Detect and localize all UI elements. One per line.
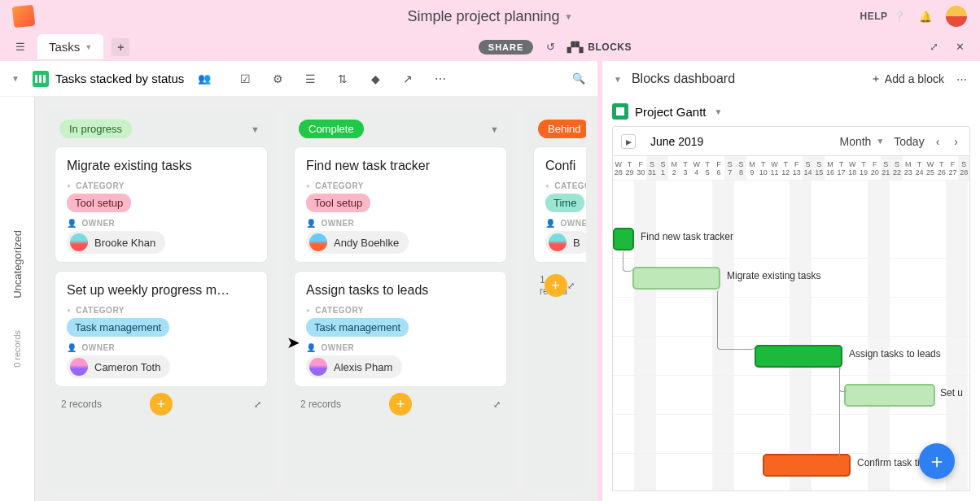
category-pill: Time (545, 194, 584, 212)
history-icon[interactable]: ↺ (541, 38, 559, 56)
column-menu-icon[interactable]: ▼ (247, 121, 263, 137)
owner-label: OWNER (306, 219, 495, 228)
column-footer: 2 records + ⤢ (55, 395, 268, 412)
collapse-column-icon[interactable]: ⤢ (493, 399, 501, 410)
add-block-button[interactable]: ＋ Add a block (870, 72, 944, 86)
gear-icon[interactable]: ⚙ (269, 70, 287, 88)
color-icon[interactable]: ◆ (366, 70, 384, 88)
gantt-bar[interactable] (613, 228, 634, 250)
expand-icon[interactable]: ⤢ (925, 38, 943, 56)
add-table-button[interactable]: + (112, 38, 129, 56)
notifications-icon[interactable]: 🔔 (917, 7, 934, 25)
checkbox-icon[interactable]: ☑ (236, 70, 254, 88)
column-menu-icon[interactable]: ▼ (487, 121, 502, 137)
category-pill: Tool setup (306, 194, 370, 212)
kanban-card[interactable]: Assign tasks to leads CATEGORY Task mana… (294, 271, 507, 387)
gantt-bar[interactable] (763, 454, 851, 477)
date-column: S22 (891, 156, 903, 180)
uncategorized-column[interactable]: Uncategorized 0 records (0, 97, 35, 501)
menu-icon[interactable]: ☰ (11, 38, 29, 56)
date-column: M16 (825, 156, 836, 180)
add-card-button[interactable]: + (545, 274, 567, 297)
user-avatar[interactable] (946, 6, 967, 27)
gantt-next-icon[interactable]: › (951, 135, 961, 148)
kanban-card[interactable]: Set up weekly progress m… CATEGORY Task … (55, 271, 268, 387)
category-label: CATEGORY (67, 306, 256, 315)
help-icon: ❔ (893, 11, 906, 22)
date-column: F30 (635, 156, 646, 180)
blocks-header: ▼ Blocks dashboard ＋ Add a block ⋯ (602, 61, 980, 97)
app-logo-icon[interactable] (12, 5, 36, 28)
owner-label: OWNER (306, 343, 495, 352)
category-pill: Tool setup (67, 194, 131, 212)
more-icon[interactable]: ⋯ (952, 70, 970, 88)
kanban-card[interactable]: Migrate existing tasks CATEGORY Tool set… (55, 146, 268, 263)
gantt-bar[interactable] (755, 345, 842, 368)
owner-avatar-icon (70, 358, 88, 376)
base-title-text: Simple project planning (407, 8, 559, 25)
add-card-button[interactable]: + (389, 393, 412, 416)
gantt-today-button[interactable]: Today (894, 135, 924, 148)
owner-label: OWNER (67, 219, 256, 228)
more-icon[interactable]: ⋯ (431, 70, 449, 88)
date-column: W18 (847, 156, 858, 180)
filter-icon[interactable]: ☰ (301, 70, 319, 88)
kanban-board: Uncategorized 0 records In progress ▼ Mi… (0, 97, 597, 501)
gantt-period-select[interactable]: Month ▼ (839, 135, 886, 148)
status-pill[interactable]: Behind (538, 120, 586, 138)
sort-icon[interactable]: ⇅ (334, 70, 352, 88)
help-button[interactable]: HELP ❔ (860, 11, 905, 22)
gantt-bar[interactable] (632, 267, 720, 290)
close-icon[interactable]: ✕ (951, 38, 969, 56)
date-column: F20 (869, 156, 881, 180)
blocks-title: Blocks dashboard (632, 72, 862, 86)
chevron-down-icon: ▼ (565, 12, 573, 21)
blocks-collapse-icon[interactable]: ▼ (612, 73, 623, 85)
main-content: ▼ Tasks stacked by status 👥 ☑ ⚙ ☰ ⇅ ◆ ↗ … (0, 61, 980, 501)
gantt-block-header[interactable]: Project Gantt ▼ (602, 97, 980, 126)
blocks-icon: ▞▚ (567, 41, 583, 53)
kanban-card[interactable]: Find new task tracker CATEGORY Tool setu… (294, 146, 507, 263)
add-card-button[interactable]: + (150, 393, 173, 416)
date-column: F27 (947, 156, 959, 180)
base-title[interactable]: Simple project planning ▼ (407, 8, 572, 25)
date-column: T12 (780, 156, 791, 180)
date-column: W11 (769, 156, 781, 180)
owner-name: B (573, 237, 580, 249)
blocks-pane: ▼ Blocks dashboard ＋ Add a block ⋯ Proje… (597, 61, 980, 501)
card-title: Set up weekly progress m… (67, 283, 256, 298)
collapse-column-icon[interactable]: ⤢ (254, 399, 261, 410)
card-title: Find new task tracker (306, 159, 495, 173)
status-pill[interactable]: Complete (299, 120, 364, 138)
uncategorized-label: Uncategorized (11, 230, 24, 298)
status-pill[interactable]: In progress (59, 120, 132, 138)
view-dropdown-icon[interactable]: ▼ (10, 72, 21, 85)
date-column: M9 (746, 156, 758, 180)
blocks-button[interactable]: ▞▚ BLOCKS (567, 41, 632, 53)
search-icon[interactable]: 🔍 (570, 70, 588, 88)
date-column: S1 (658, 156, 669, 180)
category-label: CATEGORY (306, 181, 495, 190)
date-column: S31 (646, 156, 658, 180)
kanban-card[interactable]: Confi CATEGORY Time OWNER B (533, 146, 586, 263)
column-footer: 2 records + ⤢ (294, 395, 507, 412)
collaborators-icon[interactable]: 👥 (195, 70, 213, 88)
owner-chip: Andy Boehlke (306, 231, 409, 254)
add-gantt-task-button[interactable]: ＋ (919, 443, 955, 479)
share-button[interactable]: SHARE (479, 40, 534, 54)
top-bar-right: HELP ❔ 🔔 (860, 6, 967, 27)
date-column: S21 (881, 156, 892, 180)
share-view-icon[interactable]: ↗ (399, 70, 417, 88)
owner-chip: B (545, 231, 586, 254)
date-column: T29 (624, 156, 636, 180)
column-header: Complete ▼ (294, 116, 507, 146)
gantt-chart[interactable]: W28T29F30S31S1M2T3W4T5F6S7S8M9T10W11T12F… (612, 155, 970, 491)
date-column: M2 (668, 156, 680, 180)
collapse-column-icon[interactable]: ⤢ (567, 281, 575, 291)
date-column: W25 (925, 156, 936, 180)
gantt-prev-icon[interactable]: ‹ (933, 135, 943, 148)
sidebar-toggle-icon[interactable]: ▸ (621, 134, 636, 149)
gantt-bar[interactable] (844, 384, 935, 407)
tab-tasks[interactable]: Tasks ▼ (37, 34, 103, 59)
view-title[interactable]: Tasks stacked by status (33, 71, 184, 87)
